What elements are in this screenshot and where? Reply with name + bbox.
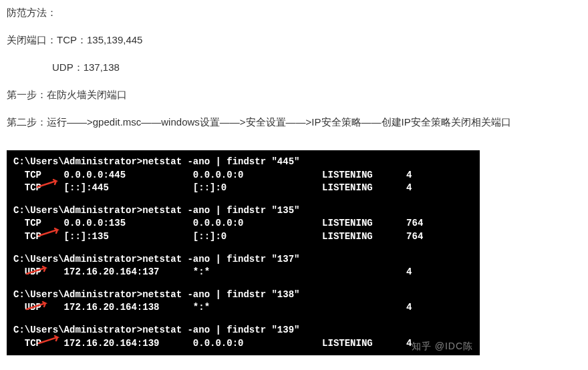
terminal-block: C:\Users\Administrator>netstat -ano | fi… [13, 289, 473, 315]
terminal-screenshot: C:\Users\Administrator>netstat -ano | fi… [7, 150, 480, 355]
terminal-command-line: C:\Users\Administrator>netstat -ano | fi… [13, 253, 473, 266]
terminal-blank-line [13, 195, 473, 204]
terminal-command-line: C:\Users\Administrator>netstat -ano | fi… [13, 324, 473, 337]
terminal-output-row: TCP [::]:135 [::]:0 LISTENING 764 [13, 230, 473, 244]
annotation-arrow-icon [25, 265, 48, 274]
terminal-output-row: UDP 172.16.20.164:137 *:* 4 [13, 266, 473, 279]
para-close-ports-udp: UDP：137,138 [7, 58, 581, 76]
annotation-arrow-icon [36, 178, 59, 188]
terminal-block: C:\Users\Administrator>netstat -ano | fi… [13, 156, 473, 195]
terminal-output-row: TCP [::]:445 [::]:0 LISTENING 4 [13, 182, 473, 195]
annotation-arrow-icon [37, 335, 60, 344]
para-close-ports-tcp: 关闭端口：TCP：135,139,445 [7, 31, 581, 49]
para-step2: 第二步：运行——>gpedit.msc——windows设置——>安全设置——>… [7, 113, 581, 131]
terminal-blank-line [13, 279, 473, 289]
terminal-block: C:\Users\Administrator>netstat -ano | fi… [13, 324, 473, 350]
watermark: 知乎 @IDC陈 [412, 340, 473, 353]
para-step1: 第一步：在防火墙关闭端口 [7, 85, 581, 104]
terminal-output-row: TCP 172.16.20.164:139 0.0.0.0:0 LISTENIN… [13, 337, 473, 351]
para-method-title: 防范方法： [7, 3, 581, 21]
terminal-block: C:\Users\Administrator>netstat -ano | fi… [13, 204, 473, 244]
terminal-block: C:\Users\Administrator>netstat -ano | fi… [13, 253, 473, 279]
annotation-arrow-icon [37, 227, 60, 236]
terminal-output-row: UDP 172.16.20.164:138 *:* 4 [13, 301, 473, 315]
annotation-arrow-icon [25, 301, 48, 310]
terminal-blank-line [13, 244, 473, 253]
terminal-command-line: C:\Users\Administrator>netstat -ano | fi… [13, 204, 473, 218]
terminal-output-row: TCP 0.0.0.0:445 0.0.0.0:0 LISTENING 4 [13, 169, 473, 182]
terminal-blank-line [13, 315, 473, 324]
terminal-output-row: TCP 0.0.0.0:135 0.0.0.0:0 LISTENING 764 [13, 217, 473, 230]
document-body: 防范方法： 关闭端口：TCP：135,139,445 UDP：137,138 第… [0, 0, 588, 144]
terminal-command-line: C:\Users\Administrator>netstat -ano | fi… [13, 289, 473, 302]
terminal-command-line: C:\Users\Administrator>netstat -ano | fi… [13, 156, 473, 169]
